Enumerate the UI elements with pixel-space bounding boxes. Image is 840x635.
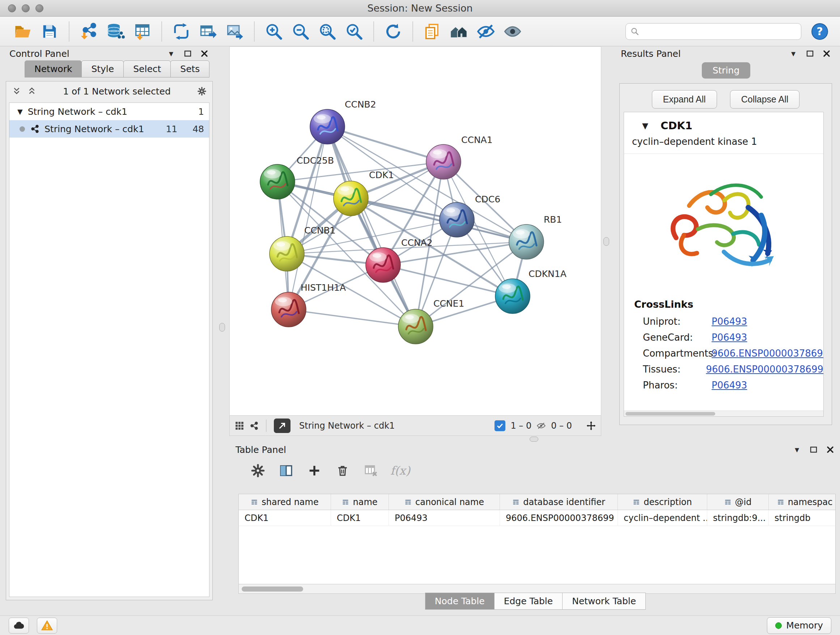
memory-button[interactable]: Memory: [767, 617, 831, 634]
zoom-fit-button[interactable]: [316, 20, 339, 43]
table-cell[interactable]: CDK1: [331, 510, 389, 526]
right-splitter-handle[interactable]: [603, 237, 609, 246]
collapse-all-networks-icon[interactable]: [12, 87, 21, 96]
table-cell[interactable]: 9606.ENSP00000378699: [500, 510, 618, 526]
tab-edge-table[interactable]: Edge Table: [494, 593, 563, 610]
network-node-hist1h1a[interactable]: [271, 292, 306, 327]
network-node-cdkn1a[interactable]: [495, 279, 530, 314]
export-network-button[interactable]: [196, 20, 219, 43]
network-tree-item[interactable]: ▼String Network – cdk11: [9, 103, 209, 120]
delete-table-icon-disabled[interactable]: [362, 462, 379, 479]
show-columns-icon[interactable]: [278, 462, 295, 479]
tree-expand-arrow-icon[interactable]: ▼: [14, 108, 23, 116]
control-panel-close-icon[interactable]: [200, 49, 209, 58]
tab-sets[interactable]: Sets: [171, 60, 210, 78]
zoom-out-button[interactable]: [289, 20, 312, 43]
zoom-in-button[interactable]: [262, 20, 286, 43]
crosslink-pharos-link[interactable]: P06493: [712, 380, 747, 391]
copy-document-button[interactable]: [421, 20, 444, 43]
tab-network-table[interactable]: Network Table: [562, 593, 646, 610]
table-cell[interactable]: stringdb: [769, 510, 836, 526]
network-home-button[interactable]: [447, 20, 471, 43]
column-header-namespac[interactable]: namespac: [769, 494, 836, 510]
save-session-button[interactable]: [38, 20, 61, 43]
search-input[interactable]: [643, 27, 797, 36]
network-node-ccna1[interactable]: [426, 144, 461, 179]
column-header-id[interactable]: @id: [707, 494, 769, 510]
table-cell[interactable]: CDK1: [239, 510, 331, 526]
table-panel-close-icon[interactable]: [826, 445, 835, 454]
network-edge[interactable]: [327, 127, 444, 162]
window-close-button[interactable]: [8, 4, 16, 12]
delete-column-icon[interactable]: [334, 462, 351, 479]
network-node-cdc25b[interactable]: [260, 165, 295, 199]
control-panel-float-icon[interactable]: [183, 49, 193, 58]
table-cell[interactable]: stringdb:9...: [707, 510, 769, 526]
network-edge[interactable]: [289, 310, 416, 326]
horizontal-splitter-handle[interactable]: [530, 437, 538, 442]
expand-all-networks-icon[interactable]: [27, 87, 36, 96]
import-network-file-button[interactable]: [77, 20, 100, 43]
column-header-shared-name[interactable]: shared name: [239, 494, 331, 510]
tab-select[interactable]: Select: [123, 60, 171, 78]
hide-graphics-details-button[interactable]: [474, 20, 497, 43]
column-header-description[interactable]: description: [618, 494, 707, 510]
results-panel-menu-icon[interactable]: ▾: [789, 49, 798, 58]
collapse-all-button[interactable]: Collapse All: [730, 90, 800, 109]
tab-style[interactable]: Style: [81, 60, 124, 78]
table-settings-gear-icon[interactable]: [249, 462, 267, 479]
network-options-gear-icon[interactable]: [197, 87, 207, 96]
tab-node-table[interactable]: Node Table: [425, 593, 494, 610]
table-panel-float-icon[interactable]: [809, 445, 818, 454]
crosslink-compartments-link[interactable]: 9606.ENSP00000378699: [712, 348, 824, 359]
zoom-selected-button[interactable]: [343, 20, 366, 43]
window-maximize-button[interactable]: [35, 4, 43, 12]
import-table-button[interactable]: [131, 20, 154, 43]
table-panel-menu-icon[interactable]: ▾: [792, 445, 802, 454]
network-tools-button[interactable]: [170, 20, 193, 43]
network-node-ccna2[interactable]: [366, 248, 401, 282]
network-node-cdk1[interactable]: [333, 181, 368, 216]
network-tree-item[interactable]: String Network – cdk11148: [9, 120, 209, 138]
table-cell[interactable]: cyclin–dependent ...: [618, 510, 707, 526]
crosslink-uniprot-link[interactable]: P06493: [712, 316, 747, 327]
table-cell[interactable]: P06493: [389, 510, 500, 526]
selected-nodes-checkbox[interactable]: [494, 420, 505, 431]
scrollbar-thumb[interactable]: [242, 586, 303, 592]
tab-string[interactable]: String: [702, 62, 751, 79]
network-share-icon[interactable]: [249, 421, 259, 431]
expand-all-button[interactable]: Expand All: [652, 90, 717, 109]
window-minimize-button[interactable]: [22, 4, 30, 12]
card-scrollbar[interactable]: [624, 410, 823, 416]
left-splitter-handle[interactable]: [219, 323, 225, 332]
function-builder-icon[interactable]: f(x): [390, 464, 410, 478]
network-edge[interactable]: [327, 127, 416, 326]
network-node-ccnb1[interactable]: [270, 236, 304, 271]
network-canvas[interactable]: CCNB2CCNA1CDC25BCDK1CDC6RB1CCNB1CCNA2CDK…: [229, 46, 601, 416]
help-button[interactable]: ?: [811, 22, 829, 41]
column-header-canonical-name[interactable]: canonical name: [389, 494, 500, 510]
network-node-ccne1[interactable]: [398, 309, 433, 344]
tab-network[interactable]: Network: [25, 60, 82, 78]
network-node-ccnb2[interactable]: [310, 109, 345, 144]
annotation-mode-button[interactable]: [274, 418, 291, 433]
hidden-eye-slash-icon[interactable]: [537, 421, 546, 431]
crosslink-tissues-link[interactable]: 9606.ENSP00000378699: [706, 364, 823, 375]
table-row[interactable]: CDK1CDK1P064939606.ENSP00000378699cyclin…: [239, 510, 835, 526]
pan-crosshair-icon[interactable]: [586, 421, 596, 431]
import-network-database-button[interactable]: [104, 20, 127, 43]
results-panel-float-icon[interactable]: [805, 49, 815, 58]
network-node-cdc6[interactable]: [439, 203, 474, 237]
add-column-icon[interactable]: [306, 462, 323, 479]
open-session-button[interactable]: [11, 20, 34, 43]
show-graphics-details-button[interactable]: [501, 20, 524, 43]
birds-eye-grid-icon[interactable]: [235, 421, 244, 431]
apply-layout-button[interactable]: [382, 20, 405, 43]
results-panel-close-icon[interactable]: [822, 49, 831, 58]
column-header-database-identifier[interactable]: database identifier: [500, 494, 618, 510]
network-node-rb1[interactable]: [509, 225, 544, 259]
warnings-button[interactable]: [37, 618, 57, 633]
export-image-button[interactable]: [223, 20, 246, 43]
column-header-name[interactable]: name: [331, 494, 389, 510]
cloud-button[interactable]: [9, 618, 29, 633]
